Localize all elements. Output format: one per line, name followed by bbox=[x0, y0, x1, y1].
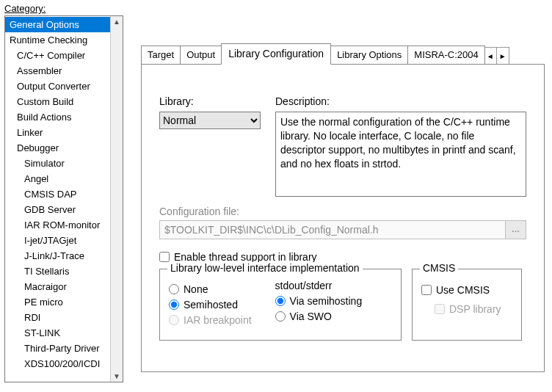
lowlevel-semihosted-radio[interactable]: Semihosted bbox=[169, 299, 252, 311]
category-item[interactable]: CMSIS DAP bbox=[5, 186, 110, 202]
scroll-up-icon[interactable]: ▲ bbox=[113, 16, 120, 27]
scroll-down-icon[interactable]: ▼ bbox=[113, 371, 120, 382]
category-item[interactable]: Debugger bbox=[5, 140, 110, 156]
config-file-browse-button: ... bbox=[506, 220, 526, 239]
category-item[interactable]: Assembler bbox=[5, 63, 110, 79]
lowlevel-legend: Library low-level interface implementati… bbox=[167, 262, 363, 274]
category-item[interactable]: Angel bbox=[5, 171, 110, 186]
tab-output[interactable]: Output bbox=[180, 46, 222, 65]
tab-library-configuration[interactable]: Library Configuration bbox=[221, 43, 331, 65]
tab-panel-library-configuration: Library: Normal Description: Use the nor… bbox=[141, 64, 545, 372]
category-list: General OptionsRuntime CheckingC/C++ Com… bbox=[4, 15, 123, 382]
category-item[interactable]: General Options bbox=[5, 17, 110, 32]
tab-target[interactable]: Target bbox=[141, 46, 181, 65]
category-item[interactable]: Macraigor bbox=[5, 279, 110, 294]
category-item[interactable]: Runtime Checking bbox=[5, 32, 110, 48]
category-item[interactable]: Output Converter bbox=[5, 79, 110, 94]
category-item[interactable]: I-jet/JTAGjet bbox=[5, 233, 110, 248]
category-item[interactable]: Custom Build bbox=[5, 94, 110, 109]
tab-strip: TargetOutputLibrary ConfigurationLibrary… bbox=[141, 46, 545, 65]
category-scrollbar[interactable]: ▲ ▼ bbox=[110, 16, 123, 382]
category-item[interactable]: C/C++ Compiler bbox=[5, 48, 110, 63]
lowlevel-group: Library low-level interface implementati… bbox=[159, 269, 402, 341]
tab-scroll-right-icon[interactable]: ► bbox=[496, 47, 509, 65]
category-item[interactable]: TI Stellaris bbox=[5, 264, 110, 279]
lowlevel-iar-breakpoint-radio: IAR breakpoint bbox=[169, 314, 252, 326]
category-item[interactable]: XDS100/200/ICDI bbox=[5, 356, 110, 371]
enable-thread-support-label: Enable thread support in library bbox=[174, 251, 317, 263]
category-item[interactable]: ST-LINK bbox=[5, 325, 110, 341]
config-file-field: $TOOLKIT_DIR$\INC\c\DLib_Config_Normal.h bbox=[159, 220, 506, 239]
stdout-via-swo-radio[interactable]: Via SWO bbox=[275, 311, 363, 322]
category-item[interactable]: Third-Party Driver bbox=[5, 341, 110, 356]
description-text: Use the normal configuration of the C/C+… bbox=[275, 112, 526, 197]
category-item[interactable]: Build Actions bbox=[5, 109, 110, 125]
category-item[interactable]: GDB Server bbox=[5, 202, 110, 217]
cmsis-group: CMSIS Use CMSIS DSP library bbox=[412, 269, 522, 341]
category-heading: Category: bbox=[4, 3, 123, 14]
lowlevel-none-radio[interactable]: None bbox=[169, 283, 252, 295]
category-item[interactable]: J-Link/J-Trace bbox=[5, 248, 110, 264]
library-label: Library: bbox=[159, 95, 261, 107]
description-label: Description: bbox=[275, 95, 526, 107]
category-item[interactable]: PE micro bbox=[5, 294, 110, 310]
enable-thread-support-input[interactable] bbox=[159, 252, 170, 262]
stdout-stderr-header: stdout/stderr bbox=[275, 280, 363, 291]
library-select[interactable]: Normal bbox=[159, 112, 261, 129]
tab-library-options[interactable]: Library Options bbox=[330, 46, 408, 65]
category-item[interactable]: Simulator bbox=[5, 156, 110, 171]
use-cmsis-checkbox[interactable]: Use CMSIS bbox=[421, 284, 512, 296]
enable-thread-support-checkbox[interactable]: Enable thread support in library bbox=[159, 251, 526, 263]
config-file-label: Configuration file: bbox=[159, 206, 526, 217]
dsp-library-checkbox: DSP library bbox=[421, 303, 512, 315]
tab-misra-c-2004[interactable]: MISRA-C:2004 bbox=[407, 46, 484, 65]
category-item[interactable]: IAR ROM-monitor bbox=[5, 217, 110, 233]
stdout-via-semihosting-radio[interactable]: Via semihosting bbox=[275, 295, 363, 307]
tab-scroll-left-icon[interactable]: ◄ bbox=[484, 47, 497, 65]
category-item[interactable]: Linker bbox=[5, 125, 110, 140]
category-item[interactable]: RDI bbox=[5, 310, 110, 325]
cmsis-legend: CMSIS bbox=[420, 262, 458, 274]
